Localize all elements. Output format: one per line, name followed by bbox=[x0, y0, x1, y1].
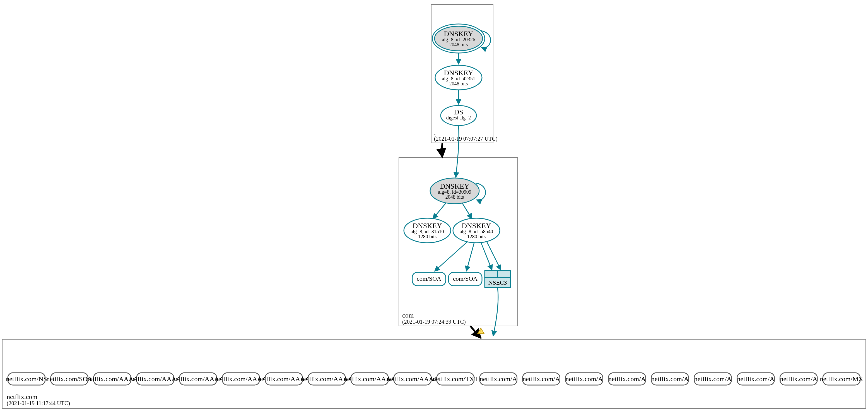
root-ksk-node: DNSKEY alg=8, id=20326 2048 bits bbox=[432, 24, 485, 53]
leaf-record-label: netflix.com/A bbox=[780, 375, 817, 383]
leaf-record-label: netflix.com/A bbox=[651, 375, 689, 383]
leaf-record-label: netflix.com/NS bbox=[6, 375, 47, 383]
svg-text:alg=8, id=58540: alg=8, id=58540 bbox=[460, 229, 493, 234]
com-ksk-node: DNSKEY alg=8, id=30909 2048 bits bbox=[430, 178, 479, 204]
warning-icon: ! bbox=[477, 328, 484, 334]
svg-text:digest alg=2: digest alg=2 bbox=[446, 115, 471, 121]
svg-text:1280 bits: 1280 bits bbox=[418, 234, 437, 239]
svg-text:2048 bits: 2048 bits bbox=[450, 81, 468, 87]
leaf-record-label: netflix.com/SOA bbox=[46, 375, 92, 383]
svg-text:!: ! bbox=[480, 329, 482, 334]
leaf-record-label: netflix.com/A bbox=[608, 375, 646, 383]
zone-com-timestamp: (2021-01-19 07:24:39 UTC) bbox=[402, 319, 466, 325]
dnssec-diagram: . (2021-01-19 07:07:27 UTC) DNSKEY alg=8… bbox=[0, 0, 868, 411]
leaf-record-label: netflix.com/A bbox=[694, 375, 732, 383]
svg-text:alg=8, id=31510: alg=8, id=31510 bbox=[410, 229, 444, 234]
svg-text:1280 bits: 1280 bits bbox=[467, 234, 486, 239]
zone-root: . (2021-01-19 07:07:27 UTC) DNSKEY alg=8… bbox=[431, 4, 498, 143]
com-soa1-node: com/SOA bbox=[412, 272, 446, 286]
svg-text:alg=8, id=30909: alg=8, id=30909 bbox=[438, 189, 471, 195]
leaf-record-label: netflix.com/A bbox=[523, 375, 560, 383]
zone-leaf-label: netflix.com bbox=[7, 393, 37, 401]
svg-text:com/SOA: com/SOA bbox=[417, 275, 441, 282]
leaf-record-label: netflix.com/A bbox=[565, 375, 603, 383]
edge-root-to-com-delegation bbox=[442, 143, 443, 157]
svg-rect-35 bbox=[2, 339, 866, 409]
com-nsec3-node: NSEC3 bbox=[485, 271, 510, 287]
root-ds-node: DS digest alg=2 bbox=[441, 106, 476, 125]
root-zsk-node: DNSKEY alg=8, id=42351 2048 bits bbox=[435, 65, 482, 90]
com-zsk1-node: DNSKEY alg=8, id=31510 1280 bits bbox=[404, 218, 451, 243]
leaf-records-row: netflix.com/NSnetflix.com/SOAnetflix.com… bbox=[6, 373, 863, 385]
edge-nsec3-to-leaf bbox=[493, 288, 498, 336]
svg-text:alg=8, id=20326: alg=8, id=20326 bbox=[442, 37, 475, 42]
edge-ds-to-com-ksk bbox=[456, 125, 459, 177]
svg-text:com/SOA: com/SOA bbox=[453, 275, 477, 282]
zone-com-label: com bbox=[402, 312, 414, 319]
svg-text:2048 bits: 2048 bits bbox=[450, 42, 468, 48]
leaf-record-label: netflix.com/AAAA bbox=[386, 375, 439, 383]
com-soa2-node: com/SOA bbox=[448, 272, 482, 286]
zone-leaf-timestamp: (2021-01-19 11:17:44 UTC) bbox=[7, 400, 70, 407]
zone-leaf: netflix.com (2021-01-19 11:17:44 UTC) ne… bbox=[2, 339, 866, 409]
leaf-record-label: netflix.com/A bbox=[737, 375, 775, 383]
svg-text:NSEC3: NSEC3 bbox=[488, 279, 507, 286]
svg-text:2048 bits: 2048 bits bbox=[445, 194, 464, 200]
com-zsk2-node: DNSKEY alg=8, id=58540 1280 bits bbox=[453, 218, 500, 243]
zone-root-timestamp: (2021-01-19 07:07:27 UTC) bbox=[434, 136, 498, 142]
zone-com: com (2021-01-19 07:24:39 UTC) DNSKEY alg… bbox=[399, 157, 518, 326]
leaf-record-label: netflix.com/A bbox=[480, 375, 518, 383]
leaf-record-label: netflix.com/TXT bbox=[433, 375, 478, 383]
leaf-record-label: netflix.com/MX bbox=[820, 375, 863, 383]
svg-text:alg=8, id=42351: alg=8, id=42351 bbox=[442, 76, 475, 82]
